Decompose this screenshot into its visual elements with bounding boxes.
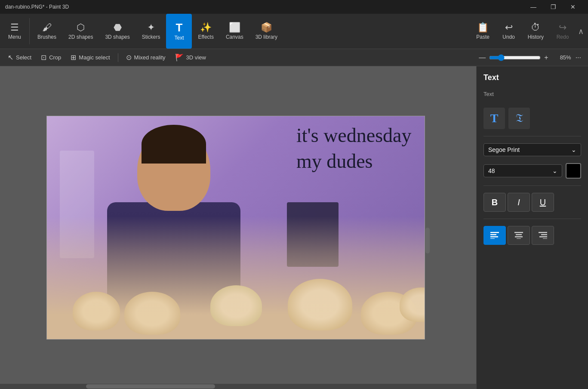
toolbar-item-text[interactable]: T Text — [166, 14, 192, 49]
toolbar-item-3dlibrary[interactable]: 📦 3D library — [249, 14, 283, 49]
canvas-wrapper: it's wednesday my dudes — [46, 116, 425, 340]
frog-1 — [73, 292, 120, 330]
minimize-button[interactable]: — — [523, 0, 543, 14]
redo-button[interactable]: ↪ Redo — [550, 14, 576, 49]
format-row: B I U — [483, 193, 581, 212]
right-panel: Text Text T 𝔗 Segoe Print ⌄ 48 ⌄ B I U — [476, 66, 588, 389]
stickers-icon: ✦ — [147, 23, 155, 32]
underline-button[interactable]: U — [532, 193, 554, 212]
menu-icon: ☰ — [10, 23, 19, 32]
toolbar-item-3dshapes[interactable]: ⬣ 3D shapes — [99, 14, 135, 49]
titlebar: dan-rubino.PNG* - Paint 3D — ❐ ✕ — [0, 0, 588, 14]
app-title: dan-rubino.PNG* - Paint 3D — [5, 4, 69, 10]
svg-rect-3 — [490, 238, 495, 239]
mixed-reality-tool[interactable]: ⊙ Mixed reality — [122, 52, 170, 63]
undo-icon: ↩ — [505, 23, 513, 32]
toolbar-item-effects[interactable]: ✨ Effects — [192, 14, 219, 49]
redo-icon: ↪ — [559, 23, 566, 32]
effects-label: Effects — [198, 34, 213, 40]
toolbar-item-canvas[interactable]: ⬜ Canvas — [220, 14, 249, 49]
mixed-reality-icon: ⊙ — [126, 53, 132, 62]
color-swatch[interactable] — [566, 163, 581, 179]
canvas-label: Canvas — [226, 34, 243, 40]
align-right-icon — [539, 232, 547, 239]
frog-4 — [288, 279, 352, 330]
frog-layer — [47, 216, 425, 339]
font-size-row: 48 ⌄ — [483, 163, 581, 179]
select-tool[interactable]: ↖ Select — [3, 52, 36, 63]
align-left-button[interactable] — [483, 226, 506, 245]
toolbar-divider-1 — [29, 18, 30, 44]
svg-rect-11 — [543, 238, 547, 239]
3d-view-icon: 🚩 — [175, 53, 184, 62]
vscroll-thumb[interactable] — [425, 228, 430, 253]
toolbar-item-brushes[interactable]: 🖌 Brushes — [31, 14, 62, 49]
3dshapes-label: 3D shapes — [105, 34, 129, 40]
3dlibrary-icon: 📦 — [261, 23, 272, 32]
meme-text-line1: it's wednesday — [296, 123, 412, 148]
maximize-button[interactable]: ❐ — [543, 0, 563, 14]
menu-label: Menu — [8, 34, 21, 40]
font-size-dropdown-icon: ⌄ — [552, 167, 557, 174]
italic-button[interactable]: I — [508, 193, 530, 212]
brushes-icon: 🖌 — [42, 23, 52, 32]
text-label: Text — [174, 35, 184, 41]
canvas-area[interactable]: it's wednesday my dudes — [0, 66, 476, 389]
more-button[interactable]: ··· — [572, 52, 585, 63]
svg-rect-9 — [541, 234, 547, 235]
undo-button[interactable]: ↩ Undo — [496, 14, 522, 49]
window-controls: — ❐ ✕ — [523, 0, 583, 14]
svg-rect-4 — [514, 232, 523, 233]
effects-icon: ✨ — [200, 23, 212, 32]
meme-text: it's wednesday my dudes — [296, 123, 412, 174]
svg-rect-10 — [539, 236, 547, 238]
paste-button[interactable]: 📋 Paste — [470, 14, 496, 49]
panel-divider-3 — [483, 219, 581, 219]
paste-icon: 📋 — [477, 23, 489, 32]
toolbar-item-stickers[interactable]: ✦ Stickers — [136, 14, 166, 49]
zoom-minus-icon[interactable]: — — [479, 54, 486, 62]
align-center-icon — [514, 232, 523, 239]
panel-divider-2 — [483, 185, 581, 186]
canvas-icon: ⬜ — [229, 23, 240, 32]
text-type-decorative-button[interactable]: 𝔗 — [508, 108, 530, 129]
magic-select-tool[interactable]: ⊞ Magic select — [66, 52, 114, 63]
3d-view-tool[interactable]: 🚩 3D view — [171, 52, 210, 63]
canvas-image[interactable]: it's wednesday my dudes — [46, 116, 425, 340]
font-size-selector[interactable]: 48 ⌄ — [483, 164, 562, 177]
svg-rect-6 — [515, 236, 523, 238]
redo-label: Redo — [557, 34, 569, 40]
align-right-button[interactable] — [532, 226, 554, 245]
align-center-button[interactable] — [508, 226, 530, 245]
horizontal-scrollbar[interactable] — [0, 384, 476, 389]
history-icon: ⏱ — [531, 23, 540, 32]
toolbar-item-menu[interactable]: ☰ Menu — [2, 14, 28, 49]
subtoolbar: ↖ Select ⊡ Crop ⊞ Magic select ⊙ Mixed r… — [0, 49, 588, 66]
svg-rect-7 — [517, 238, 521, 239]
main-toolbar: ☰ Menu 🖌 Brushes ⬡ 2D shapes ⬣ 3D shapes… — [0, 14, 588, 49]
panel-collapse-btn[interactable]: ∧ — [576, 14, 586, 49]
panel-title: Text — [483, 73, 581, 82]
person-hair — [142, 125, 206, 164]
hscroll-thumb[interactable] — [86, 384, 215, 389]
align-row — [483, 226, 581, 245]
frog-2 — [124, 292, 180, 335]
frog-6 — [400, 287, 425, 322]
magic-select-icon: ⊞ — [71, 53, 76, 62]
crop-tool[interactable]: ⊡ Crop — [37, 52, 65, 63]
font-selector[interactable]: Segoe Print ⌄ — [483, 143, 581, 156]
history-button[interactable]: ⏱ History — [522, 14, 550, 49]
3dshapes-icon: ⬣ — [114, 23, 122, 32]
zoom-slider[interactable] — [489, 54, 541, 61]
magic-select-label: Magic select — [79, 54, 110, 61]
panel-divider-1 — [483, 136, 581, 136]
zoom-plus-icon[interactable]: + — [544, 54, 548, 62]
undo-label: Undo — [502, 34, 515, 40]
2dshapes-label: 2D shapes — [68, 34, 93, 40]
text-type-plain-button[interactable]: T — [483, 108, 505, 129]
3d-view-label: 3D view — [186, 54, 206, 61]
close-button[interactable]: ✕ — [563, 0, 583, 14]
bold-button[interactable]: B — [483, 193, 506, 212]
align-left-icon — [490, 232, 499, 239]
toolbar-item-2dshapes[interactable]: ⬡ 2D shapes — [62, 14, 99, 49]
